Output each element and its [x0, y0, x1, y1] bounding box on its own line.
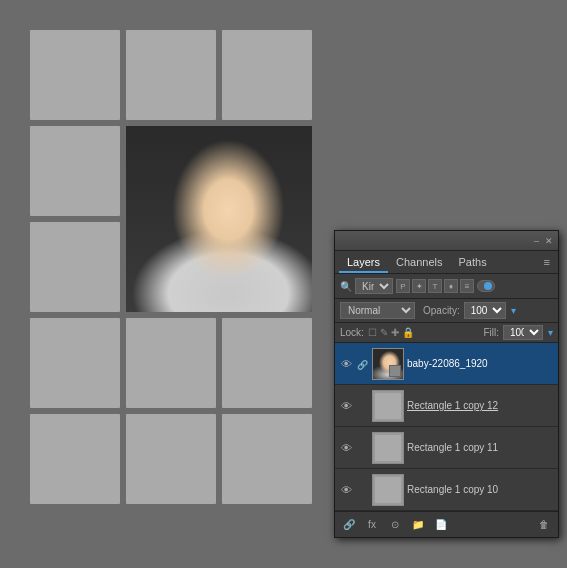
filter-adjustment-icon[interactable]: ✦	[412, 279, 426, 293]
filter-type-icon[interactable]: T	[428, 279, 442, 293]
new-group-button[interactable]: 📁	[409, 516, 427, 534]
link-layers-button[interactable]: 🔗	[340, 516, 358, 534]
new-layer-button[interactable]: 📄	[432, 516, 450, 534]
lock-icons: ☐ ✎ ✚ 🔒	[368, 327, 414, 338]
opacity-label: Opacity:	[423, 305, 460, 316]
layer-thumb-inner-1	[389, 365, 401, 377]
collage-cell-11	[222, 414, 312, 504]
layer-thumb-rect-bg-3	[373, 433, 403, 463]
layer-thumb-rect-bg-2	[373, 391, 403, 421]
layer-visibility-4[interactable]: 👁	[338, 482, 354, 498]
lock-image-icon[interactable]: ✎	[380, 327, 388, 338]
collage-cell-4	[30, 126, 120, 216]
filter-icons: P ✦ T ♦ ≡	[396, 279, 474, 293]
tab-channels[interactable]: Channels	[388, 253, 450, 273]
collage-cell-7	[126, 318, 216, 408]
tab-layers[interactable]: Layers	[339, 253, 388, 273]
titlebar-buttons: – ✕	[534, 236, 553, 246]
filter-smart-icon[interactable]: ≡	[460, 279, 474, 293]
collage-cell-1	[30, 30, 120, 120]
layers-panel: – ✕ Layers Channels Paths ≡ 🔍 Kind P ✦ T…	[334, 230, 559, 538]
layer-item-rect10[interactable]: 👁 Rectangle 1 copy 10	[335, 469, 558, 511]
collage-cell-10	[126, 414, 216, 504]
lock-all-icon[interactable]: 🔒	[402, 327, 414, 338]
layer-visibility-3[interactable]: 👁	[338, 440, 354, 456]
collage-grid	[30, 30, 330, 520]
collage-cell-5	[30, 222, 120, 312]
collage-cell-6	[30, 318, 120, 408]
layer-item-photo[interactable]: 👁 🔗 baby-22086_1920	[335, 343, 558, 385]
layer-link-1: 🔗	[357, 358, 369, 370]
collage-cell-8	[222, 318, 312, 408]
panel-titlebar: – ✕	[335, 231, 558, 251]
collage-cell-9	[30, 414, 120, 504]
add-fx-button[interactable]: fx	[363, 516, 381, 534]
collage-photo-cell	[126, 126, 312, 312]
baby-photo	[126, 126, 312, 312]
filter-pixel-icon[interactable]: P	[396, 279, 410, 293]
layers-list: 👁 🔗 baby-22086_1920 👁 Rectangle 1 copy 1…	[335, 343, 558, 511]
layer-item-rect11[interactable]: 👁 Rectangle 1 copy 11	[335, 427, 558, 469]
opacity-dropdown[interactable]: 100%	[464, 302, 506, 319]
layer-link-icon-1: 🔗	[357, 360, 368, 370]
fill-dropdown[interactable]: 100%	[503, 325, 543, 340]
delete-layer-button[interactable]: 🗑	[535, 516, 553, 534]
layer-name-2: Rectangle 1 copy 12	[407, 400, 555, 411]
layer-thumb-2	[372, 390, 404, 422]
layer-name-1: baby-22086_1920	[407, 358, 555, 369]
lock-transparent-icon[interactable]: ☐	[368, 327, 377, 338]
minimize-button[interactable]: –	[534, 236, 539, 246]
lock-position-icon[interactable]: ✚	[391, 327, 399, 338]
blend-mode-dropdown[interactable]: Normal	[340, 302, 415, 319]
filter-shape-icon[interactable]: ♦	[444, 279, 458, 293]
panel-tabs: Layers Channels Paths ≡	[335, 251, 558, 274]
layer-visibility-1[interactable]: 👁	[338, 356, 354, 372]
search-row: 🔍 Kind P ✦ T ♦ ≡	[335, 274, 558, 299]
close-button[interactable]: ✕	[545, 236, 553, 246]
layer-thumb-3	[372, 432, 404, 464]
layer-name-3: Rectangle 1 copy 11	[407, 442, 555, 453]
search-icon: 🔍	[340, 281, 352, 292]
layer-thumb-rect-bg-4	[373, 475, 403, 505]
layer-thumb-1	[372, 348, 404, 380]
layer-item-rect12[interactable]: 👁 Rectangle 1 copy 12	[335, 385, 558, 427]
filter-toggle[interactable]	[477, 280, 495, 292]
layer-name-4: Rectangle 1 copy 10	[407, 484, 555, 495]
blend-row: Normal Opacity: 100% ▾	[335, 299, 558, 323]
add-mask-button[interactable]: ⊙	[386, 516, 404, 534]
kind-dropdown[interactable]: Kind	[355, 278, 393, 294]
collage-cell-2	[126, 30, 216, 120]
layer-visibility-2[interactable]: 👁	[338, 398, 354, 414]
collage-cell-3	[222, 30, 312, 120]
panel-footer: 🔗 fx ⊙ 📁 📄 🗑	[335, 511, 558, 537]
tab-paths[interactable]: Paths	[451, 253, 495, 273]
layer-thumb-4	[372, 474, 404, 506]
fill-arrow[interactable]: ▾	[548, 327, 553, 338]
lock-label: Lock:	[340, 327, 364, 338]
opacity-arrow[interactable]: ▾	[511, 305, 516, 316]
fill-label: Fill:	[483, 327, 499, 338]
panel-menu-icon[interactable]: ≡	[540, 253, 554, 273]
lock-row: Lock: ☐ ✎ ✚ 🔒 Fill: 100% ▾	[335, 323, 558, 343]
